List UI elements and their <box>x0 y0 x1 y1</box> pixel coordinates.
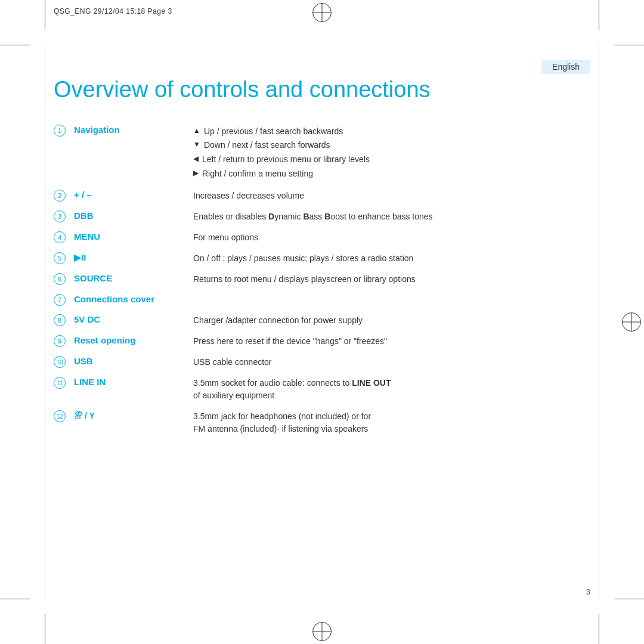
list-item: ▲ Up / previous / fast search backwards <box>193 125 590 139</box>
table-row: 7 Connections cover <box>54 290 590 310</box>
dbb-description: Enables or disables Dynamic Bass Boost t… <box>193 212 433 221</box>
usb-description: USB cable connector <box>193 357 272 367</box>
crop-mark-bl-h <box>0 599 30 599</box>
registration-mark-top <box>312 3 332 22</box>
item-number-1: 1 <box>54 125 66 137</box>
table-row: 3 DBB Enables or disables Dynamic Bass B… <box>54 206 590 227</box>
table-row: 1 Navigation ▲ Up / previous / fast sear… <box>54 120 590 185</box>
language-badge: English <box>541 60 590 74</box>
page-title: Overview of controls and connections <box>54 76 590 104</box>
table-row: 10 USB USB cable connector <box>54 352 590 373</box>
crop-mark-br-v <box>599 614 599 644</box>
triangle-left-icon: ◀ <box>193 153 199 165</box>
item-label-volume: + / – <box>74 190 92 200</box>
list-item: ◀ Left / return to previous menu or libr… <box>193 153 590 167</box>
table-row: 12 ⛈ / Y 3.5mm jack for headphones (not … <box>54 406 590 439</box>
crop-mark-tl-v <box>45 0 45 30</box>
side-line-left <box>45 45 45 599</box>
item-label-dbb: DBB <box>74 210 94 221</box>
menu-description: For menu options <box>193 233 258 242</box>
item-label-usb: USB <box>74 356 93 366</box>
table-row: 8 5V DC Charger /adapter connection for … <box>54 310 590 331</box>
table-row: 2 + / – Increases / decreases volume <box>54 185 590 206</box>
triangle-right-icon: ▶ <box>193 167 199 179</box>
table-row: 9 Reset opening Press here to reset if t… <box>54 331 590 352</box>
list-item: ▼ Down / next / fast search forwards <box>193 138 590 153</box>
table-row: 5 ▶II On / off ; plays / pauses music; p… <box>54 248 590 269</box>
source-description: Returns to root menu / displays playscre… <box>193 274 416 284</box>
item-label-linein: LINE IN <box>74 377 106 387</box>
headphones-description: 3.5mm jack for headphones (not included)… <box>193 411 371 434</box>
item-number-6: 6 <box>54 273 66 285</box>
side-line-right <box>599 45 599 599</box>
volume-description: Increases / decreases volume <box>193 191 304 200</box>
linein-description: 3.5mm socket for audio cable: connects t… <box>193 378 391 400</box>
navigation-description: ▲ Up / previous / fast search backwards … <box>193 125 590 181</box>
print-header: QSG_ENG 29/12/04 15:18 Page 3 <box>54 7 172 16</box>
table-row: 6 SOURCE Returns to root menu / displays… <box>54 269 590 290</box>
item-label-menu: MENU <box>74 231 100 242</box>
crop-mark-tl-h <box>0 45 30 45</box>
crop-mark-bl-v <box>45 614 45 644</box>
item-number-2: 2 <box>54 190 66 202</box>
item-label-navigation: Navigation <box>74 125 120 135</box>
item-number-3: 3 <box>54 210 66 222</box>
item-number-7: 7 <box>54 294 66 306</box>
item-number-8: 8 <box>54 314 66 326</box>
page-number: 3 <box>586 587 590 596</box>
item-number-9: 9 <box>54 335 66 347</box>
crop-mark-br-h <box>614 599 644 599</box>
triangle-up-icon: ▲ <box>193 125 200 137</box>
item-number-10: 10 <box>54 356 66 368</box>
item-number-12: 12 <box>54 410 66 422</box>
main-content: English Overview of controls and connect… <box>54 60 590 584</box>
item-label-source: SOURCE <box>74 273 112 283</box>
controls-table: 1 Navigation ▲ Up / previous / fast sear… <box>54 120 590 439</box>
reset-description: Press here to reset if the device "hangs… <box>193 336 387 346</box>
item-number-11: 11 <box>54 377 66 389</box>
crop-mark-tr-h <box>614 45 644 45</box>
registration-mark-right <box>622 312 641 332</box>
item-number-5: 5 <box>54 252 66 264</box>
table-row: 11 LINE IN 3.5mm socket for audio cable:… <box>54 373 590 406</box>
item-label-playpause: ▶II <box>74 252 86 262</box>
item-label-reset: Reset opening <box>74 335 135 345</box>
table-row: 4 MENU For menu options <box>54 227 590 248</box>
item-label-connections: Connections cover <box>74 294 154 304</box>
registration-mark-bottom <box>312 622 332 641</box>
playpause-description: On / off ; plays / pauses music; plays /… <box>193 253 413 263</box>
triangle-down-icon: ▼ <box>193 138 200 150</box>
5vdc-description: Charger /adapter connection for power su… <box>193 315 363 325</box>
item-label-5vdc: 5V DC <box>74 314 100 324</box>
item-number-4: 4 <box>54 231 66 243</box>
item-label-headphones: ⛈ / Y <box>74 411 95 420</box>
list-item: ▶ Right / confirm a menu setting <box>193 167 590 181</box>
crop-mark-tr-v <box>599 0 599 30</box>
